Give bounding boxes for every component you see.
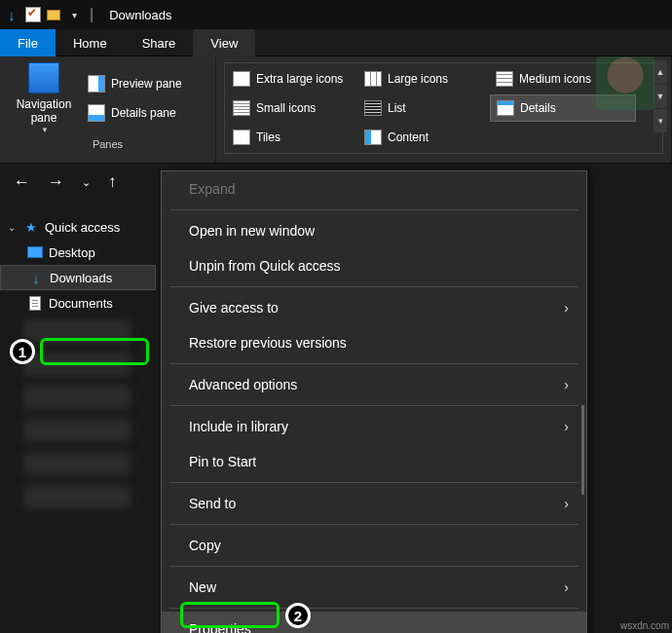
spin-down-icon[interactable]: ▼ [653,85,667,108]
details-icon [497,100,514,116]
tree-desktop[interactable]: Desktop [0,240,156,265]
navigation-pane-button[interactable]: Navigation pane ▼ [10,60,78,136]
annotation-badge-1: 1 [10,339,35,364]
layout-large-icons[interactable]: Large icons [358,65,490,93]
ctx-properties[interactable]: Properties [162,612,586,633]
ribbon-group-panes: Navigation pane ▼ Preview pane Details p… [0,56,216,163]
layout-label: Medium icons [519,72,591,86]
ctx-label: Restore previous versions [189,335,347,351]
chevron-right-icon: › [564,419,569,434]
menu-separator [169,363,579,364]
context-menu: Expand Open in new window Unpin from Qui… [161,170,587,633]
ctx-label: Open in new window [189,223,315,239]
ctx-advanced-options[interactable]: Advanced options› [162,367,586,402]
tab-share[interactable]: Share [125,29,194,56]
ctx-label: Pin to Start [189,454,256,469]
tiles-icon [233,130,250,145]
menu-separator [169,524,579,525]
ctx-label: Properties [189,621,251,633]
ctx-new[interactable]: New› [162,570,586,605]
tab-home[interactable]: Home [56,29,125,56]
ctx-copy[interactable]: Copy [162,528,586,563]
layout-label: Content [388,130,429,144]
layout-list[interactable]: List [358,94,490,122]
chevron-right-icon: › [564,300,569,316]
ctx-label: Send to [189,496,236,511]
tab-file[interactable]: File [0,29,56,56]
spin-more-icon[interactable]: ▾ [653,109,667,132]
chevron-right-icon: › [564,377,569,392]
tree-label: Desktop [49,245,95,260]
ctx-restore-versions[interactable]: Restore previous versions [162,325,586,360]
details-pane-button[interactable]: Details pane [84,100,186,126]
tree-downloads[interactable]: ↓ Downloads [0,265,156,290]
back-button[interactable]: ← [14,172,30,192]
navigation-pane-label: Navigation pane [10,97,78,126]
ribbon-group-label-panes: Panes [10,138,205,150]
tree-label: Downloads [50,271,112,285]
ctx-expand: Expand [162,171,586,206]
tree-quick-access[interactable]: ⌄ ★ Quick access [0,214,156,240]
ctx-label: Give access to [189,300,279,316]
menu-separator [169,482,579,483]
tree-label: Quick access [45,220,120,235]
navigation-tree: ⌄ ★ Quick access Desktop ↓ Downloads Doc… [0,201,156,633]
menu-separator [169,608,579,609]
ctx-include-in-library[interactable]: Include in library› [162,409,586,444]
desktop-icon [27,245,43,259]
details-pane-label: Details pane [111,106,176,120]
tab-view[interactable]: View [193,29,255,56]
tree-item-blurred [23,485,131,508]
layout-content[interactable]: Content [358,124,490,151]
tree-documents[interactable]: Documents [0,290,156,316]
ctx-label: Expand [189,181,235,197]
layout-tiles[interactable]: Tiles [227,124,358,151]
title-bar: ↓ ▾ | Downloads [0,0,672,29]
qat-folder-icon[interactable] [47,10,60,20]
up-button[interactable]: ↑ [108,172,117,192]
preview-pane-label: Preview pane [111,77,182,91]
layout-small-icons[interactable]: Small icons [227,94,358,122]
menu-separator [169,286,579,287]
layout-label: Tiles [256,130,280,144]
list-icon [364,100,382,116]
chevron-right-icon: › [564,496,569,511]
recent-locations-button[interactable]: ⌄ [82,176,91,189]
qat-checkbox-icon[interactable] [25,7,41,22]
small-icons-icon [233,100,250,116]
ribbon-tabs: File Home Share View [0,29,672,56]
ctx-label: New [189,579,216,595]
menu-separator [169,405,579,406]
ctx-open-new-window[interactable]: Open in new window [162,213,586,248]
ctx-give-access-to[interactable]: Give access to› [162,290,586,325]
ctx-label: Advanced options [189,377,297,392]
forward-button[interactable]: → [48,172,64,192]
document-icon [27,296,43,310]
context-menu-scrollbar[interactable] [581,405,584,495]
qat-overflow-icon[interactable]: ▾ [66,7,82,22]
chevron-right-icon: › [564,579,569,595]
tree-item-blurred [23,319,131,343]
ctx-send-to[interactable]: Send to› [162,486,586,521]
layout-medium-icons[interactable]: Medium icons [490,65,636,93]
ctx-unpin-quick-access[interactable]: Unpin from Quick access [162,248,586,283]
download-icon: ↓ [28,271,44,284]
tree-item-blurred [23,386,131,409]
ctx-label: Include in library [189,419,288,434]
layout-spinner[interactable]: ▲ ▼ ▾ [653,60,667,132]
spin-up-icon[interactable]: ▲ [653,60,667,84]
tree-label: Documents [49,296,113,311]
ribbon-group-layout: Extra large icons Large icons Medium ico… [216,56,672,163]
layout-extra-large-icons[interactable]: Extra large icons [227,65,358,93]
details-pane-icon [88,104,105,122]
layout-details[interactable]: Details [490,94,636,122]
ctx-pin-to-start[interactable]: Pin to Start [162,444,586,479]
chevron-down-icon: ▼ [41,126,49,135]
layout-label: Small icons [256,101,316,115]
star-icon: ★ [23,220,39,234]
preview-pane-button[interactable]: Preview pane [84,71,186,96]
chevron-down-icon[interactable]: ⌄ [8,222,18,233]
ctx-label: Unpin from Quick access [189,258,341,274]
annotation-badge-2: 2 [285,603,311,628]
layout-label: Extra large icons [256,72,343,86]
